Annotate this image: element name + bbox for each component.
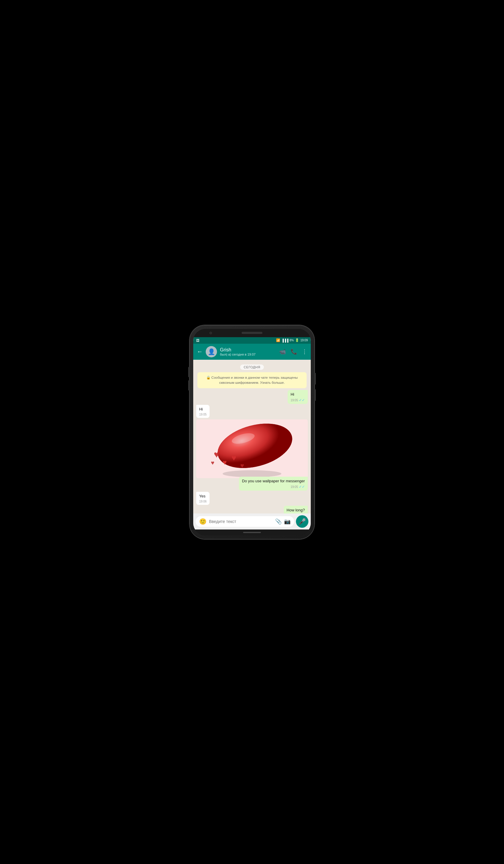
phone-call-button[interactable]: 📞 xyxy=(291,348,297,355)
image-message-area: ♥ ♥ ♥ ♥ ♥ Do you use wallpaper for messe xyxy=(196,419,308,491)
phone-screen: 🖼 📶 ▐▐▐ 8% 🔋 19:09 ← 👤 Grish был xyxy=(193,329,311,536)
encryption-notice: 🔒 Сообщения и звонки в данном чате тепер… xyxy=(197,372,307,388)
camera-button[interactable]: 📷 xyxy=(284,518,291,525)
message-text: How long? xyxy=(287,508,305,512)
status-left-icons: 🖼 xyxy=(196,339,200,342)
message-row: How long? 19:06 ✓✓ xyxy=(196,506,308,513)
message-bubble-received: Yes 19:06 xyxy=(196,492,209,505)
message-bubble-received: Hi 19:05 xyxy=(196,405,209,418)
phone-bottom-bar xyxy=(193,529,311,536)
chat-area: СЕГОДНЯ 🔒 Сообщения и звонки в данном ча… xyxy=(193,360,311,514)
message-bubble-sent: Hi 19:05 ✓✓ xyxy=(288,390,308,404)
date-text: СЕГОДНЯ xyxy=(240,364,264,370)
mic-button[interactable]: 🎤 xyxy=(296,515,308,528)
signal-icon: ▐▐▐ xyxy=(281,339,288,342)
contact-status: был(-а) сегодня в 19:07 xyxy=(220,352,276,356)
wifi-icon: 📶 xyxy=(276,338,280,342)
avatar[interactable]: 👤 xyxy=(206,346,217,357)
status-bar: 🖼 📶 ▐▐▐ 8% 🔋 19:09 xyxy=(193,337,311,344)
contact-info[interactable]: Grish был(-а) сегодня в 19:07 xyxy=(220,347,276,356)
contact-name: Grish xyxy=(220,347,276,352)
message-ticks: ✓✓ xyxy=(299,398,305,403)
message-row: Yes 19:06 xyxy=(196,492,308,505)
phone-device: 🖼 📶 ▐▐▐ 8% 🔋 19:09 ← 👤 Grish был xyxy=(190,325,314,539)
attach-button[interactable]: 📎 xyxy=(275,518,282,525)
volume-down-button[interactable] xyxy=(188,380,190,391)
clock-time: 19:09 xyxy=(300,339,308,342)
app-screen: 🖼 📶 ▐▐▐ 8% 🔋 19:09 ← 👤 Grish был xyxy=(193,337,311,529)
date-badge: СЕГОДНЯ xyxy=(196,364,308,370)
emoji-button[interactable]: 🙂 xyxy=(199,518,207,525)
input-wrapper: 🙂 📎 📷 xyxy=(196,516,294,527)
message-time: 19:05 xyxy=(291,485,298,489)
header-actions: 📹 📞 ⋮ xyxy=(279,348,307,355)
home-bar xyxy=(243,532,261,533)
svg-text:♥: ♥ xyxy=(214,449,219,460)
message-meta: 19:05 ✓✓ xyxy=(242,484,305,490)
speaker-grille xyxy=(242,332,262,334)
status-right-icons: 📶 ▐▐▐ 8% 🔋 19:09 xyxy=(276,338,308,342)
menu-button[interactable]: ⋮ xyxy=(302,348,307,355)
volume-up-button[interactable] xyxy=(188,367,190,377)
svg-text:♥: ♥ xyxy=(231,453,236,463)
phone-top-bar xyxy=(193,329,311,337)
message-input[interactable] xyxy=(209,519,273,524)
message-time: 19:05 xyxy=(291,398,298,403)
message-text: Hi xyxy=(199,407,203,411)
back-button[interactable]: ← xyxy=(197,348,203,355)
message-meta: 19:05 ✓✓ xyxy=(291,398,305,403)
message-bubble-sent: Do you use wallpaper for messenger 19:05… xyxy=(239,477,308,491)
message-time: 19:05 xyxy=(199,412,207,417)
battery-icon: 🔋 xyxy=(295,338,299,342)
message-meta: 19:06 xyxy=(199,500,207,504)
message-bubble-sent: How long? 19:06 ✓✓ xyxy=(284,506,308,513)
mic-icon: 🎤 xyxy=(299,518,306,525)
message-row: Hi 19:05 xyxy=(196,405,308,418)
notification-icon: 🖼 xyxy=(196,339,200,342)
hearts-svg: ♥ ♥ ♥ ♥ ♥ xyxy=(196,419,308,478)
chat-header: ← 👤 Grish был(-а) сегодня в 19:07 📹 📞 ⋮ xyxy=(193,344,311,360)
avatar-icon: 👤 xyxy=(208,348,215,355)
front-camera xyxy=(209,332,212,334)
message-text: Hi xyxy=(291,392,294,397)
message-row: Hi 19:05 ✓✓ xyxy=(196,390,308,404)
message-row: Do you use wallpaper for messenger 19:05… xyxy=(196,477,308,491)
svg-text:♥: ♥ xyxy=(211,460,214,466)
wallpaper-image: ♥ ♥ ♥ ♥ ♥ xyxy=(196,419,308,478)
svg-text:♥: ♥ xyxy=(223,459,227,467)
svg-point-9 xyxy=(223,470,281,477)
encryption-text: 🔒 Сообщения и звонки в данном чате тепер… xyxy=(206,376,298,384)
message-text: Do you use wallpaper for messenger xyxy=(242,479,305,483)
message-ticks: ✓✓ xyxy=(299,484,305,490)
video-call-button[interactable]: 📹 xyxy=(279,348,286,355)
svg-text:♥: ♥ xyxy=(240,462,244,469)
input-bar: 🙂 📎 📷 🎤 xyxy=(193,514,311,529)
message-meta: 19:05 xyxy=(199,412,207,417)
message-text: Yes xyxy=(199,494,205,498)
battery-percent: 8% xyxy=(290,339,294,342)
message-time: 19:06 xyxy=(199,500,207,504)
